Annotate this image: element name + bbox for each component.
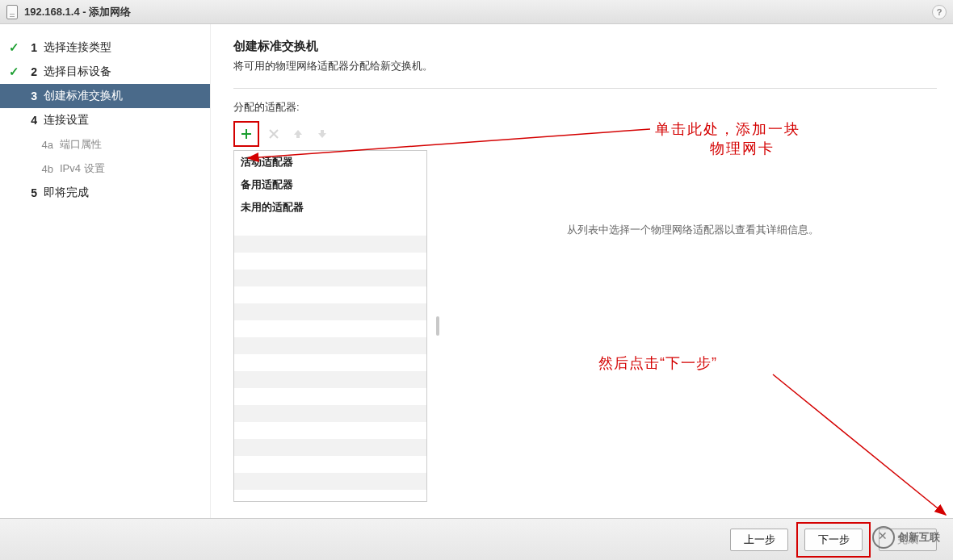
list-row [234, 388, 426, 405]
main-area: ✓ 1 选择连接类型 ✓ 2 选择目标设备 3 创建标准交换机 4 连接设置 4… [0, 24, 953, 518]
check-icon: ✓ [5, 65, 23, 79]
list-row [234, 286, 426, 303]
step-label: 创建标准交换机 [44, 89, 123, 103]
move-up-button [288, 124, 308, 144]
list-row [234, 270, 426, 286]
list-row [234, 219, 426, 236]
watermark: 创新互联 [872, 523, 953, 552]
watermark-text: 创新互联 [898, 530, 940, 545]
list-row [234, 371, 426, 388]
page-subheading: 将可用的物理网络适配器分配给新交换机。 [233, 59, 937, 73]
remove-adapter-button [264, 124, 283, 144]
step-label: IPv4 设置 [60, 161, 105, 176]
plus-icon [240, 127, 253, 140]
step-create-switch[interactable]: 3 创建标准交换机 [0, 84, 210, 108]
group-active: 活动适配器 [234, 151, 426, 173]
host-icon [6, 5, 18, 19]
step-target-device[interactable]: ✓ 2 选择目标设备 [0, 60, 210, 84]
page-heading: 创建标准交换机 [233, 39, 937, 54]
wizard-footer: 上一步 下一步 完成 [0, 518, 953, 560]
list-row [234, 253, 426, 270]
annotation-box-next: 下一步 [796, 522, 871, 558]
adapter-detail-panel: 从列表中选择一个物理网络适配器以查看其详细信息。 [448, 150, 937, 502]
splitter[interactable] [435, 150, 440, 502]
splitter-handle-icon [436, 316, 439, 336]
adapter-label: 分配的适配器: [233, 100, 937, 115]
group-standby: 备用适配器 [234, 173, 426, 196]
list-row [234, 236, 426, 253]
step-connection-type[interactable]: ✓ 1 选择连接类型 [0, 36, 210, 60]
step-label: 端口属性 [60, 137, 102, 152]
list-row [234, 303, 426, 320]
wizard-sidebar: ✓ 1 选择连接类型 ✓ 2 选择目标设备 3 创建标准交换机 4 连接设置 4… [0, 24, 210, 518]
move-down-button [313, 124, 332, 144]
watermark-icon [872, 526, 895, 549]
arrow-up-icon [292, 128, 304, 140]
step-ipv4-settings: 4b IPv4 设置 [0, 157, 210, 181]
list-row [234, 354, 426, 371]
next-button[interactable]: 下一步 [804, 529, 863, 551]
check-icon: ✓ [5, 40, 23, 55]
back-button[interactable]: 上一步 [730, 529, 788, 551]
step-label: 即将完成 [44, 186, 89, 200]
help-icon[interactable]: ? [932, 5, 947, 19]
list-row [234, 439, 426, 456]
group-unused: 未用的适配器 [234, 196, 426, 219]
wizard-content: 创建标准交换机 将可用的物理网络适配器分配给新交换机。 分配的适配器: 活动 [210, 24, 953, 518]
detail-empty-message: 从列表中选择一个物理网络适配器以查看其详细信息。 [567, 223, 819, 237]
list-row [234, 456, 426, 473]
title-host: 192.168.1.4 [24, 6, 80, 18]
divider [233, 88, 937, 89]
adapter-area: 活动适配器 备用适配器 未用的适配器 [233, 150, 937, 502]
title-action: 添加网络 [89, 5, 131, 19]
arrow-down-icon [317, 128, 328, 140]
list-row [234, 422, 426, 439]
step-label: 连接设置 [44, 113, 89, 127]
step-finish: 5 即将完成 [0, 181, 210, 205]
adapter-list[interactable]: 活动适配器 备用适配器 未用的适配器 [233, 150, 427, 502]
list-row [234, 405, 426, 422]
list-row [234, 473, 426, 490]
x-icon [268, 128, 279, 140]
step-label: 选择连接类型 [44, 40, 111, 55]
title-bar: 192.168.1.4 - 添加网络 ? [0, 0, 953, 24]
list-row [234, 337, 426, 354]
adapter-rows [234, 219, 426, 490]
list-row [234, 320, 426, 337]
adapter-toolbar [233, 121, 937, 147]
annotation-box-add [233, 121, 259, 147]
step-label: 选择目标设备 [44, 65, 111, 79]
add-adapter-button[interactable] [237, 124, 256, 144]
step-connection-settings: 4 连接设置 [0, 108, 210, 132]
step-port-properties: 4a 端口属性 [0, 132, 210, 157]
